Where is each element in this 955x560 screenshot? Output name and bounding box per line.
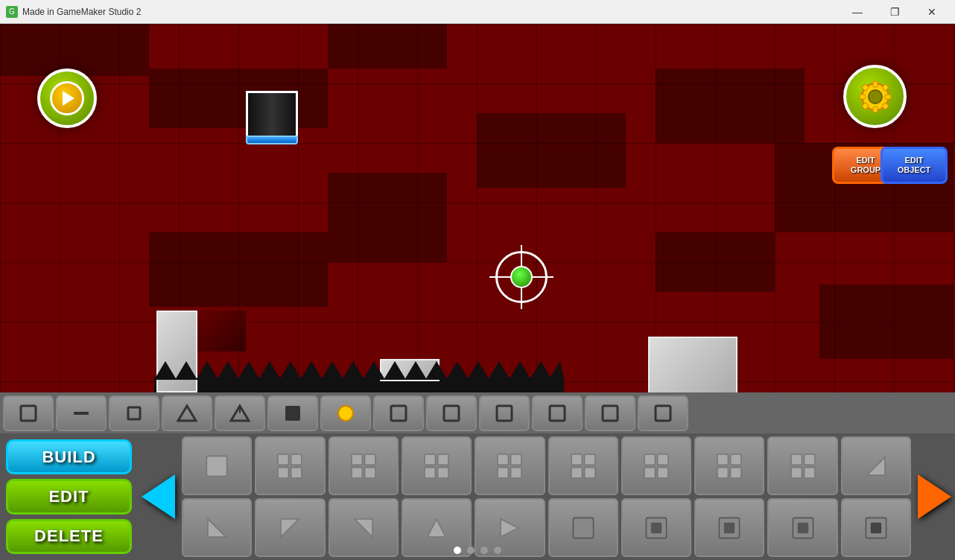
icon-button-9[interactable] — [479, 395, 530, 431]
arrow-left-button[interactable] — [138, 433, 179, 560]
svg-rect-89 — [797, 522, 808, 532]
grid-item-0-9[interactable] — [841, 436, 911, 495]
svg-marker-82 — [501, 519, 518, 537]
svg-marker-19 — [342, 361, 364, 380]
svg-rect-63 — [571, 467, 582, 477]
svg-rect-47 — [278, 467, 288, 477]
icon-button-3[interactable] — [162, 395, 212, 431]
svg-marker-16 — [279, 361, 302, 380]
grid-item-0-3[interactable] — [402, 436, 472, 495]
icon-button-0[interactable] — [3, 395, 54, 431]
svg-marker-17 — [300, 361, 323, 380]
svg-rect-87 — [724, 522, 735, 532]
build-button[interactable]: BUILD — [6, 439, 132, 474]
grid-item-0-8[interactable] — [767, 436, 837, 495]
grid-item-1-6[interactable] — [621, 498, 691, 557]
svg-rect-49 — [352, 454, 362, 465]
grid-item-0-2[interactable] — [329, 436, 399, 495]
bottom-ui: BUILD EDIT DELETE — [0, 392, 955, 560]
svg-rect-62 — [584, 454, 594, 465]
svg-marker-23 — [425, 361, 448, 380]
icon-button-10[interactable] — [532, 395, 583, 431]
edit-button[interactable]: EDIT — [6, 479, 132, 514]
delete-button[interactable]: DELETE — [6, 519, 132, 554]
app-icon: G — [6, 6, 18, 18]
edit-object-button[interactable]: EditObject — [881, 147, 948, 184]
item-grid — [179, 433, 914, 560]
page-dot-0[interactable] — [454, 547, 461, 554]
svg-rect-5 — [885, 95, 891, 99]
titlebar: G Made in GameMaker Studio 2 — ❐ ✕ — [0, 0, 955, 24]
icon-button-2[interactable] — [109, 395, 159, 431]
icon-button-12[interactable] — [638, 395, 688, 431]
svg-marker-26 — [488, 361, 510, 380]
icon-button-5[interactable] — [267, 395, 318, 431]
grid-item-0-6[interactable] — [621, 436, 691, 495]
svg-rect-72 — [731, 467, 741, 477]
icon-button-4[interactable] — [215, 395, 265, 431]
svg-marker-79 — [281, 519, 299, 537]
svg-rect-69 — [717, 454, 728, 465]
svg-marker-80 — [355, 519, 372, 537]
icon-button-1[interactable] — [56, 395, 107, 431]
cup-body — [246, 91, 298, 136]
svg-rect-43 — [656, 406, 670, 421]
minimize-button[interactable]: — — [840, 0, 875, 24]
icon-row — [0, 392, 955, 433]
grid-item-0-5[interactable] — [548, 436, 618, 495]
bg-decor — [0, 24, 149, 76]
icon-button-11[interactable] — [585, 395, 635, 431]
grid-item-0-1[interactable] — [255, 436, 325, 495]
svg-marker-25 — [467, 361, 489, 380]
svg-rect-68 — [658, 467, 668, 477]
game-area: EditGroup EditObject — [0, 24, 955, 560]
svg-rect-66 — [658, 454, 668, 465]
bg-decor — [328, 24, 447, 69]
svg-marker-78 — [208, 519, 226, 537]
svg-rect-60 — [511, 467, 521, 477]
cup-object — [246, 91, 298, 150]
svg-rect-71 — [717, 467, 728, 477]
svg-rect-70 — [731, 454, 741, 465]
svg-rect-32 — [128, 407, 140, 419]
play-button[interactable] — [37, 69, 97, 128]
svg-marker-28 — [530, 361, 552, 380]
grid-item-1-2[interactable] — [329, 498, 399, 557]
bg-decor — [656, 232, 775, 292]
svg-marker-14 — [238, 361, 260, 380]
grid-item-1-7[interactable] — [694, 498, 764, 557]
settings-button[interactable] — [843, 65, 907, 128]
svg-rect-38 — [391, 406, 406, 421]
svg-rect-57 — [498, 454, 508, 465]
icon-button-6[interactable] — [320, 395, 371, 431]
icon-button-8[interactable] — [426, 395, 477, 431]
restore-button[interactable]: ❐ — [878, 0, 912, 24]
cup-base — [246, 136, 298, 144]
block-dark — [197, 311, 246, 351]
grid-item-1-9[interactable] — [841, 498, 911, 557]
grid-item-0-4[interactable] — [475, 436, 545, 495]
page-dot-1[interactable] — [467, 547, 475, 554]
svg-rect-36 — [285, 406, 300, 421]
svg-rect-52 — [364, 467, 375, 477]
crosshair-inner — [510, 266, 533, 288]
svg-marker-33 — [178, 406, 196, 421]
page-dot-3[interactable] — [494, 547, 501, 554]
svg-marker-77 — [867, 457, 885, 475]
close-button[interactable]: ✕ — [915, 0, 949, 24]
grid-item-1-5[interactable] — [548, 498, 618, 557]
grid-item-0-0[interactable] — [182, 436, 252, 495]
svg-rect-58 — [511, 454, 521, 465]
svg-rect-61 — [571, 454, 582, 465]
grid-item-1-1[interactable] — [255, 498, 325, 557]
svg-rect-91 — [871, 522, 881, 532]
crosshair — [495, 251, 548, 303]
svg-rect-85 — [651, 522, 661, 532]
page-dot-2[interactable] — [480, 547, 488, 554]
arrow-right-button[interactable] — [914, 433, 955, 560]
bg-decor — [149, 69, 328, 128]
grid-item-1-8[interactable] — [767, 498, 837, 557]
icon-button-7[interactable] — [373, 395, 424, 431]
grid-item-1-0[interactable] — [182, 498, 252, 557]
grid-item-0-7[interactable] — [694, 436, 764, 495]
